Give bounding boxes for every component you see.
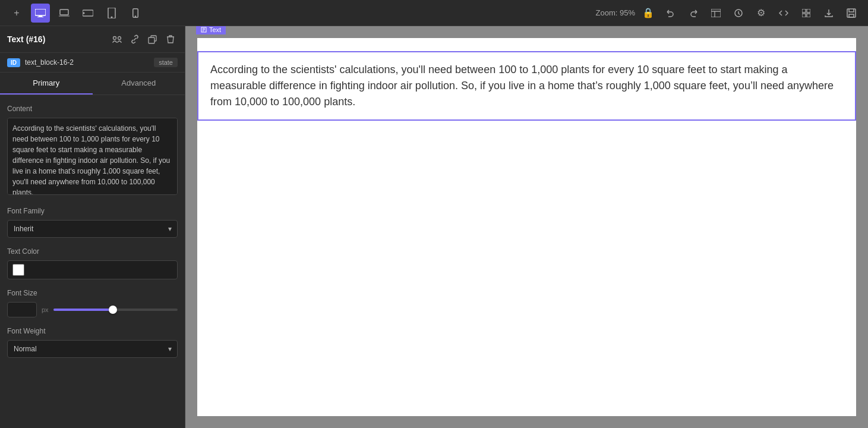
color-row[interactable] [7,260,178,279]
font-family-section: Font Family Inherit Arial Georgia Times … [7,207,178,238]
group-icon[interactable] [110,32,124,46]
svg-point-9 [135,15,135,16]
state-button[interactable]: state [154,58,178,67]
tablet-landscape-button[interactable] [78,4,97,23]
grid-button[interactable] [797,4,816,23]
svg-rect-19 [149,37,154,43]
panel-header-icons [110,32,178,46]
redo-button[interactable] [684,4,703,23]
history-button[interactable] [729,4,748,23]
panel-content: Content According to the scientists' cal… [0,95,185,428]
font-size-section: Font Size px [7,289,178,317]
font-weight-select[interactable]: Normal Bold Light [7,340,178,358]
svg-rect-16 [847,9,856,17]
svg-rect-1 [39,15,42,17]
undo-button[interactable] [661,4,680,23]
save-button[interactable] [842,4,861,23]
toolbar-right: Zoom: 95% 🔒 ⚙ [596,4,861,23]
content-section: Content According to the scientists' cal… [7,105,178,197]
svg-rect-14 [802,14,806,17]
link-icon[interactable] [128,32,142,46]
left-panel: Text (#16) ID text_block-16-2 state [0,26,185,428]
svg-rect-13 [807,9,810,12]
tab-row: Primary Advanced [0,73,185,95]
svg-rect-2 [37,17,43,17]
lock-button[interactable]: 🔒 [639,4,658,23]
svg-rect-0 [35,9,46,15]
zoom-label: Zoom: 95% [596,8,636,17]
canvas-text-block: According to the scientists' calculation… [197,51,856,121]
id-badge: ID [7,58,20,67]
font-family-select[interactable]: Inherit Arial Georgia Times New Roman [7,220,178,238]
svg-point-17 [113,37,116,40]
color-swatch[interactable] [12,264,24,276]
content-textarea[interactable]: According to the scientists' calculation… [7,118,178,195]
mobile-view-button[interactable] [126,4,145,23]
svg-rect-3 [60,10,68,15]
svg-rect-10 [711,9,721,17]
laptop-view-button[interactable] [55,4,74,23]
font-size-slider[interactable] [53,304,178,316]
slider-fill [53,309,113,311]
font-size-input[interactable] [7,302,37,317]
font-weight-section: Font Weight Normal Bold Light [7,327,178,358]
panel-header: Text (#16) [0,26,185,53]
text-block-container: Text According to the scientists' calcul… [197,38,856,121]
font-family-label: Font Family [7,207,178,215]
slider-thumb[interactable] [109,306,117,314]
delete-icon[interactable] [163,32,178,46]
layout-button[interactable] [706,4,725,23]
top-toolbar: + Zoom: 95% 🔒 ⚙ [0,0,868,26]
settings-button[interactable]: ⚙ [752,4,771,23]
id-value: text_block-16-2 [25,58,149,67]
content-label: Content [7,105,178,113]
font-size-label: Font Size [7,289,178,297]
font-weight-wrapper: Normal Bold Light [7,340,178,358]
svg-point-5 [83,12,84,14]
canvas-page: Text According to the scientists' calcul… [197,38,856,416]
svg-point-7 [111,17,112,18]
px-label: px [42,306,49,313]
svg-point-18 [118,37,121,40]
panel-title: Text (#16) [7,34,45,44]
id-row: ID text_block-16-2 state [0,53,185,73]
svg-rect-12 [802,9,806,12]
canvas-area[interactable]: Text According to the scientists' calcul… [185,26,868,428]
font-weight-label: Font Weight [7,327,178,335]
export-button[interactable] [819,4,838,23]
font-family-wrapper: Inherit Arial Georgia Times New Roman [7,220,178,238]
code-button[interactable] [774,4,793,23]
duplicate-icon[interactable] [146,32,160,46]
main-layout: Text (#16) ID text_block-16-2 state [0,26,868,428]
font-size-row: px [7,302,178,317]
svg-rect-15 [807,14,810,17]
add-button[interactable]: + [7,4,26,23]
text-color-label: Text Color [7,247,178,256]
text-color-section: Text Color [7,247,178,279]
text-block-label: Text [196,26,226,34]
tab-primary[interactable]: Primary [0,73,93,95]
desktop-view-button[interactable] [31,4,50,23]
tab-advanced[interactable]: Advanced [93,73,185,95]
tablet-portrait-button[interactable] [102,4,121,23]
